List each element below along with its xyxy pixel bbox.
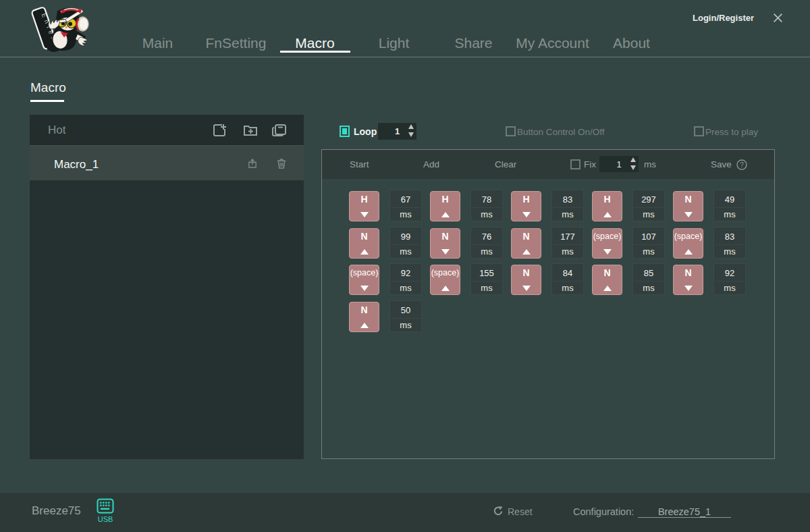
svg-text:?: ? [740,161,744,169]
